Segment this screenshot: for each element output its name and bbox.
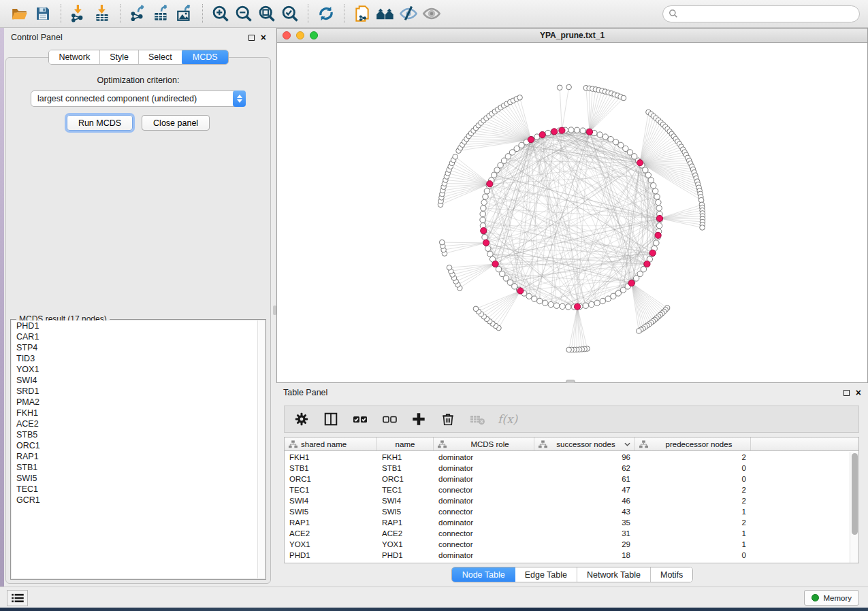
table-cell[interactable]: STB1 (377, 464, 434, 472)
open-file-button[interactable] (8, 3, 31, 24)
mcds-result-item[interactable]: TID3 (12, 353, 265, 364)
tab-edge-table[interactable]: Edge Table (515, 567, 577, 582)
column-header-predecessor-nodes[interactable]: predecessor nodes (635, 437, 751, 450)
network-node[interactable] (602, 134, 608, 139)
network-node[interactable] (574, 127, 579, 133)
network-node[interactable] (652, 188, 658, 194)
mcds-result-item[interactable]: SWI4 (12, 375, 265, 386)
network-node[interactable] (481, 199, 487, 205)
network-hub-node[interactable] (655, 232, 661, 238)
network-hub-node[interactable] (559, 127, 565, 133)
hide-columns-button[interactable] (381, 410, 398, 428)
run-mcds-button[interactable]: Run MCDS (67, 115, 133, 131)
table-cell[interactable]: 31 (534, 529, 635, 538)
network-leaf-node[interactable] (700, 225, 705, 231)
table-cell[interactable]: connector (434, 540, 534, 548)
add-column-button[interactable] (410, 410, 428, 428)
tab-style[interactable]: Style (100, 50, 139, 64)
table-cell[interactable]: ACE2 (285, 529, 377, 538)
network-node[interactable] (483, 194, 488, 199)
network-hub-node[interactable] (528, 137, 534, 143)
delete-column-button[interactable] (439, 410, 457, 428)
network-graph[interactable] (277, 43, 868, 382)
network-leaf-node[interactable] (566, 347, 572, 352)
table-cell[interactable]: 46 (534, 497, 635, 505)
network-node[interactable] (484, 188, 489, 194)
network-node[interactable] (654, 240, 659, 246)
network-hub-node[interactable] (656, 215, 662, 221)
table-cell[interactable]: 47 (534, 486, 635, 494)
network-node[interactable] (656, 205, 662, 211)
network-canvas[interactable] (277, 43, 867, 382)
network-node[interactable] (605, 296, 611, 301)
network-node[interactable] (566, 304, 571, 310)
network-hub-node[interactable] (483, 240, 489, 246)
network-node[interactable] (654, 194, 660, 199)
network-node[interactable] (608, 136, 613, 142)
table-cell[interactable]: 43 (534, 508, 635, 516)
maximize-window-icon[interactable] (310, 31, 318, 39)
minimize-window-icon[interactable] (296, 31, 304, 39)
table-cell[interactable]: 2 (635, 518, 751, 527)
network-node[interactable] (600, 298, 605, 303)
network-node[interactable] (480, 217, 485, 222)
table-cell[interactable]: dominator (434, 497, 534, 505)
network-node[interactable] (589, 301, 594, 307)
network-hub-node[interactable] (487, 181, 493, 187)
network-node[interactable] (611, 293, 616, 299)
table-cell[interactable]: dominator (434, 464, 534, 472)
zoom-selected-button[interactable] (278, 3, 302, 24)
table-cell[interactable]: TEC1 (285, 486, 377, 494)
export-table-button[interactable] (150, 3, 173, 24)
table-cell[interactable]: 35 (534, 518, 635, 527)
table-cell[interactable]: dominator (434, 518, 534, 527)
network-node[interactable] (594, 300, 600, 306)
close-panel-icon[interactable]: × (261, 34, 266, 41)
mcds-result-item[interactable]: SWI5 (12, 473, 265, 484)
float-panel-icon[interactable] (843, 390, 850, 396)
network-hub-node[interactable] (539, 131, 545, 137)
table-cell[interactable]: 2 (635, 497, 751, 505)
network-leaf-node[interactable] (473, 306, 479, 312)
mcds-result-item[interactable]: PMA2 (12, 397, 265, 408)
network-node[interactable] (553, 303, 559, 308)
import-table-button[interactable] (91, 3, 114, 24)
mcds-result-item[interactable]: STB1 (12, 462, 265, 473)
table-row[interactable]: TEC1TEC1connector472 (285, 484, 850, 495)
table-row[interactable]: STB1STB1dominator620 (285, 463, 850, 474)
table-cell[interactable]: dominator (434, 475, 534, 483)
table-cell[interactable]: ORC1 (285, 475, 377, 483)
table-cell[interactable]: ORC1 (377, 475, 434, 483)
tab-select[interactable]: Select (139, 50, 182, 64)
task-history-button[interactable] (7, 590, 28, 606)
mcds-result-item[interactable]: STB5 (12, 429, 265, 440)
table-row[interactable]: PHD1PHD1dominator180 (285, 550, 850, 561)
column-header-mcds-role[interactable]: MCDS role (434, 437, 534, 450)
network-hub-node[interactable] (551, 129, 558, 135)
table-cell[interactable]: TEC1 (377, 486, 434, 494)
table-cell[interactable]: RAP1 (377, 518, 434, 527)
column-header-shared-name[interactable]: shared name (285, 437, 377, 450)
mcds-result-item[interactable]: TEC1 (12, 484, 265, 495)
network-hub-node[interactable] (644, 261, 650, 267)
network-leaf-node[interactable] (557, 85, 562, 90)
zoom-fit-button[interactable] (255, 3, 278, 24)
network-node[interactable] (656, 199, 661, 205)
network-hub-node[interactable] (637, 160, 643, 166)
table-row[interactable]: SWI5SWI5connector431 (285, 506, 850, 517)
export-image-button[interactable] (173, 3, 196, 24)
tab-motifs[interactable]: Motifs (651, 567, 692, 582)
network-window-titlebar[interactable]: YPA_prune.txt_1 (277, 29, 867, 43)
table-cell[interactable]: 61 (534, 475, 635, 483)
column-view-button[interactable] (322, 410, 340, 428)
mcds-result-item[interactable]: YOX1 (12, 364, 265, 375)
mcds-result-item[interactable]: RAP1 (12, 451, 265, 462)
float-panel-icon[interactable] (248, 35, 255, 41)
network-node[interactable] (597, 132, 602, 137)
table-row[interactable]: YOX1YOX1connector291 (285, 539, 850, 550)
table-row[interactable]: FKH1FKH1dominator962 (285, 452, 850, 463)
search-input[interactable] (682, 9, 854, 18)
network-node[interactable] (532, 296, 537, 301)
table-cell[interactable]: SWI4 (285, 497, 377, 505)
zoom-out-button[interactable] (232, 3, 255, 24)
